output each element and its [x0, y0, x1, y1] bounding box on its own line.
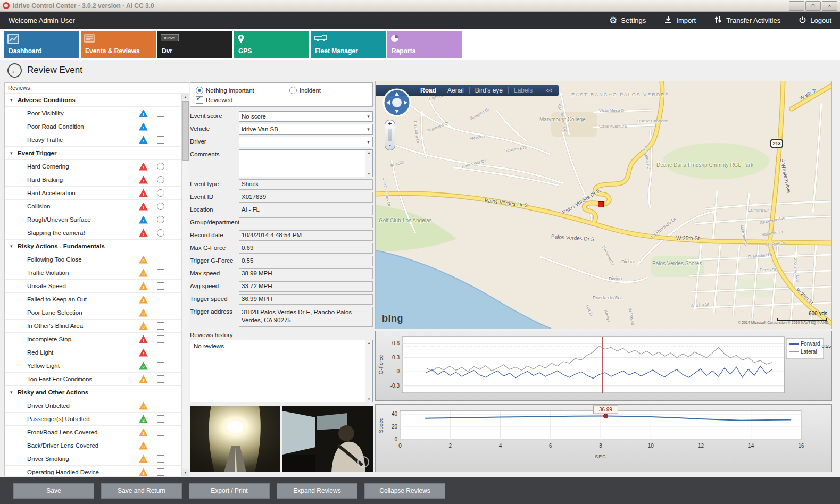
- tab-reports[interactable]: Reports: [387, 31, 462, 58]
- tab-dashboard[interactable]: Dashboard: [4, 31, 79, 58]
- close-button[interactable]: ×: [822, 1, 837, 11]
- save-and-return-button[interactable]: Save and Return: [101, 483, 182, 499]
- review-item-row[interactable]: Back/Driver Lens Covered3: [5, 439, 181, 452]
- hard-acceleration-radio[interactable]: [157, 189, 164, 197]
- review-item-row[interactable]: Hard Acceleration!: [5, 187, 181, 200]
- incident-radio[interactable]: [289, 87, 297, 94]
- tab-fleet-manager[interactable]: Fleet Manager: [311, 31, 386, 58]
- following-too-close-checkbox[interactable]: [157, 256, 164, 263]
- review-item-row[interactable]: Rough/Uneven Surface!: [5, 213, 181, 226]
- cabin-camera-thumbnail[interactable]: [282, 406, 373, 472]
- review-item-row[interactable]: Slapping the camera!!: [5, 226, 181, 240]
- red-light-checkbox[interactable]: [157, 349, 164, 356]
- review-group-row[interactable]: ▾Adverse Conditions: [5, 94, 181, 107]
- scrollbar-thumb[interactable]: [182, 101, 189, 161]
- reviews-scrollbar[interactable]: ▲ ▼: [181, 94, 189, 476]
- rough-uneven-surface-radio[interactable]: [157, 216, 164, 223]
- scroll-down-icon[interactable]: ▼: [365, 398, 372, 401]
- review-item-row[interactable]: Hard Braking!: [5, 173, 181, 187]
- save-button[interactable]: Save: [13, 483, 94, 499]
- map[interactable]: EAST RANCHO PALOS VERDESMarymount Colleg…: [375, 81, 832, 329]
- scroll-down-icon[interactable]: ▼: [365, 172, 372, 175]
- review-item-row[interactable]: Too Fast For Conditions3: [5, 373, 181, 386]
- scroll-up-icon[interactable]: ▲: [365, 151, 372, 154]
- hard-braking-radio[interactable]: [157, 176, 164, 183]
- review-item-row[interactable]: Red Light!: [5, 346, 181, 359]
- review-item-row[interactable]: Poor Visibility!: [5, 107, 181, 120]
- front-road-lens-covered-checkbox[interactable]: [157, 429, 164, 436]
- scroll-up-icon[interactable]: ▲: [365, 341, 372, 345]
- yellow-light-checkbox[interactable]: [157, 362, 164, 369]
- expand-reviews-button[interactable]: Expand Reviews: [277, 483, 357, 499]
- zoom-in-button[interactable]: +: [388, 120, 392, 128]
- scrollbar[interactable]: ▲▼: [365, 150, 372, 177]
- review-item-row[interactable]: Unsafe Speed3: [5, 280, 181, 293]
- review-item-row[interactable]: Driver Smoking3: [5, 452, 181, 466]
- export-print-button[interactable]: Export / Print: [189, 483, 270, 499]
- reviewed-checkbox[interactable]: [196, 96, 203, 104]
- expand-collapse-icon[interactable]: ▾: [10, 390, 16, 395]
- in-other-s-blind-area-checkbox[interactable]: [157, 322, 164, 330]
- scroll-up-icon[interactable]: ▲: [182, 94, 189, 100]
- expand-collapse-icon[interactable]: ▾: [10, 150, 16, 156]
- review-group-row[interactable]: ▾Risky Actions - Fundamentals: [5, 240, 181, 253]
- incomplete-stop-checkbox[interactable]: [157, 335, 164, 343]
- tab-gps[interactable]: GPS: [234, 31, 309, 58]
- transfer-activities-button[interactable]: Transfer Activities: [714, 15, 780, 26]
- driver-smoking-checkbox[interactable]: [157, 455, 164, 463]
- review-item-row[interactable]: Poor Road Condition!: [5, 120, 181, 133]
- reviews-history-scrollbar[interactable]: ▲ ▼: [365, 340, 372, 402]
- review-item-row[interactable]: Operating Handled Device3: [5, 466, 181, 476]
- map-compass-control[interactable]: [382, 88, 412, 120]
- map-view-bird-s-eye[interactable]: Bird's eye: [469, 87, 508, 94]
- too-fast-for-conditions-checkbox[interactable]: [157, 375, 164, 383]
- expand-collapse-icon[interactable]: ▾: [10, 243, 16, 249]
- expand-collapse-icon[interactable]: ▾: [10, 97, 16, 103]
- zoom-slider[interactable]: [388, 129, 392, 141]
- tab-events-reviews[interactable]: Events & Reviews: [81, 31, 156, 58]
- operating-handled-device-checkbox[interactable]: [157, 468, 164, 476]
- review-item-row[interactable]: Failed to Keep an Out3: [5, 293, 181, 306]
- nothing-important-radio[interactable]: [196, 87, 203, 94]
- driver-unbelted-checkbox[interactable]: [157, 402, 164, 409]
- review-item-row[interactable]: Heavy Traffic!: [5, 133, 181, 147]
- traffic-violation-checkbox[interactable]: [157, 269, 164, 276]
- minimize-button[interactable]: —: [789, 1, 804, 11]
- back-driver-lens-covered-checkbox[interactable]: [157, 442, 164, 449]
- review-item-row[interactable]: Following Too Close3: [5, 253, 181, 266]
- road-camera-thumbnail[interactable]: [190, 406, 280, 472]
- logout-button[interactable]: Logout: [799, 16, 831, 26]
- review-item-row[interactable]: Yellow Light2: [5, 359, 181, 373]
- review-item-row[interactable]: Incomplete Stop!: [5, 333, 181, 346]
- review-item-row[interactable]: In Other's Blind Area3: [5, 320, 181, 333]
- review-item-row[interactable]: Traffic Violation3: [5, 266, 181, 280]
- review-item-row[interactable]: Passenger(s) Unbelted2: [5, 413, 181, 426]
- maximize-button[interactable]: □: [805, 1, 821, 11]
- driver-select[interactable]: ▾: [239, 137, 373, 147]
- scroll-down-icon[interactable]: ▼: [182, 469, 189, 476]
- collision-radio[interactable]: [157, 203, 164, 210]
- map-bar-collapse-control[interactable]: <<: [545, 87, 552, 94]
- poor-road-condition-checkbox[interactable]: [157, 123, 164, 130]
- heavy-traffic-checkbox[interactable]: [157, 136, 164, 144]
- review-item-row[interactable]: Hard Cornering!: [5, 160, 181, 173]
- review-item-row[interactable]: Front/Road Lens Covered3: [5, 426, 181, 439]
- event-score-select[interactable]: No score▾: [239, 111, 373, 122]
- review-group-row[interactable]: ▾Risky and Other Actions: [5, 386, 181, 399]
- settings-button[interactable]: ⚙Settings: [609, 16, 646, 25]
- review-item-row[interactable]: Collision!: [5, 200, 181, 213]
- review-item-row[interactable]: Driver Unbelted3: [5, 399, 181, 413]
- map-view-labels[interactable]: Labels: [508, 87, 538, 94]
- hard-cornering-radio[interactable]: [157, 163, 164, 170]
- passenger-s-unbelted-checkbox[interactable]: [157, 415, 164, 423]
- import-button[interactable]: Import: [664, 15, 696, 26]
- map-view-road[interactable]: Road: [415, 87, 442, 94]
- comments-textarea[interactable]: ▲▼: [239, 149, 373, 177]
- unsafe-speed-checkbox[interactable]: [157, 282, 164, 290]
- slapping-the-camera-radio[interactable]: [157, 229, 164, 237]
- collapse-reviews-button[interactable]: Collapse Reviews: [364, 483, 445, 499]
- review-group-row[interactable]: ▾Event Trigger: [5, 147, 181, 160]
- back-button[interactable]: ←: [7, 63, 22, 78]
- zoom-out-button[interactable]: -: [389, 142, 391, 150]
- map-view-aerial[interactable]: Aerial: [442, 87, 469, 94]
